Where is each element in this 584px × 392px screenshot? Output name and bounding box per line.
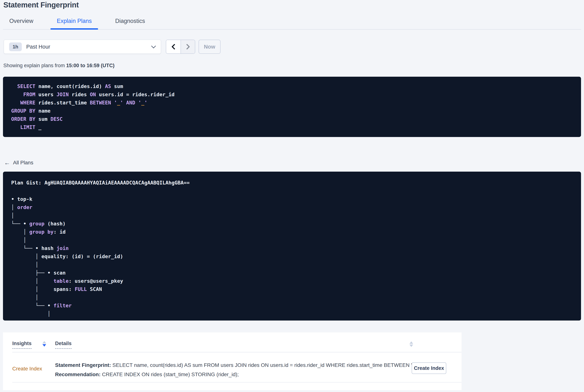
sort-asc-triangle-icon bbox=[409, 341, 413, 344]
detail-recommendation-line: Recommendation: CREATE INDEX ON rides (s… bbox=[55, 370, 420, 379]
insight-cell: Create Index bbox=[12, 360, 55, 372]
create-index-button[interactable]: Create Index bbox=[412, 362, 446, 374]
column-header-details[interactable]: Details bbox=[55, 341, 72, 349]
details-column-label: Details bbox=[55, 341, 72, 349]
time-range-label: Past Hour bbox=[26, 44, 152, 50]
showing-range-text: Showing explain plans from 15:00 to 16:5… bbox=[3, 63, 581, 68]
detail-statement-text: SELECT name, count(rides.id) AS sum FROM… bbox=[111, 362, 420, 368]
detail-statement-line: Statement Fingerprint: SELECT name, coun… bbox=[55, 360, 420, 370]
table-row: Create Index Statement Fingerprint: SELE… bbox=[12, 352, 462, 382]
details-cell: Statement Fingerprint: SELECT name, coun… bbox=[55, 360, 420, 379]
sort-icon[interactable] bbox=[409, 341, 413, 347]
showing-prefix: Showing explain plans from bbox=[3, 63, 66, 68]
all-plans-link[interactable]: ← All Plans bbox=[3, 160, 33, 166]
detail-recommendation-label: Recommendation: bbox=[55, 372, 100, 377]
back-arrow-icon: ← bbox=[4, 160, 10, 165]
column-header-insights[interactable]: Insights bbox=[12, 341, 55, 349]
time-range-badge: 1h bbox=[9, 42, 22, 51]
sort-desc-triangle-icon bbox=[42, 344, 46, 346]
create-index-link[interactable]: Create Index bbox=[12, 366, 42, 372]
sort-icon[interactable] bbox=[42, 341, 46, 346]
chevron-down-icon bbox=[151, 44, 156, 48]
all-plans-label: All Plans bbox=[13, 160, 33, 166]
tab-diagnostics[interactable]: Diagnostics bbox=[109, 14, 151, 29]
detail-statement-label: Statement Fingerprint: bbox=[55, 362, 111, 368]
sql-statement-panel: SELECT name, count(rides.id) AS sum FROM… bbox=[3, 77, 581, 137]
page-title: Statement Fingerprint bbox=[3, 0, 581, 9]
time-range-dropdown[interactable]: 1h Past Hour bbox=[4, 40, 161, 54]
insights-table-header: Insights Details bbox=[12, 332, 462, 352]
sort-desc-triangle-icon bbox=[409, 344, 413, 347]
next-range-button[interactable] bbox=[180, 40, 195, 54]
chevron-right-icon bbox=[184, 44, 190, 50]
tab-bar: Overview Explain Plans Diagnostics bbox=[3, 14, 581, 30]
tab-explain-plans[interactable]: Explain Plans bbox=[50, 14, 98, 29]
chevron-left-icon bbox=[171, 44, 177, 50]
showing-range: 15:00 to 16:59 (UTC) bbox=[66, 63, 115, 68]
detail-recommendation-text: CREATE INDEX ON rides (start_time) STORI… bbox=[100, 372, 239, 377]
plan-gist-panel: Plan Gist: AgHUAQIABQAAAAHYAQIAiAEAAAADC… bbox=[3, 172, 581, 320]
statement-fingerprint-page: Statement Fingerprint Overview Explain P… bbox=[0, 0, 584, 392]
sort-asc-triangle-icon bbox=[42, 341, 46, 344]
tab-overview[interactable]: Overview bbox=[3, 14, 40, 29]
time-pager bbox=[166, 40, 195, 54]
insights-table: Insights Details Create Index Statement … bbox=[3, 332, 462, 390]
insights-column-label: Insights bbox=[12, 341, 32, 349]
previous-range-button[interactable] bbox=[166, 40, 180, 54]
plan-gist-tree: Plan Gist: AgHUAQIABQAAAAHYAQIAiAEAAAADC… bbox=[11, 179, 577, 318]
time-toolbar: 1h Past Hour Now bbox=[3, 40, 581, 54]
now-button[interactable]: Now bbox=[199, 40, 221, 54]
sql-statement-code: SELECT name, count(rides.id) AS sum FROM… bbox=[11, 82, 577, 132]
